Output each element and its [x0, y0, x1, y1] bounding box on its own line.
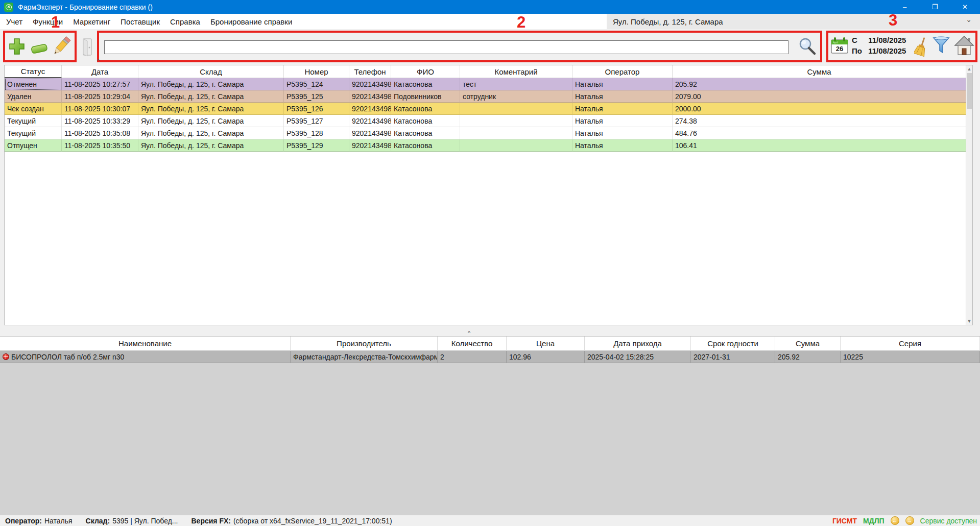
booking-cell-comment[interactable] [460, 127, 572, 139]
menu-item-2[interactable]: Функции [28, 17, 68, 26]
booking-cell-comment[interactable] [460, 103, 572, 115]
calendar-button[interactable]: April 26 [830, 36, 849, 57]
search-button[interactable] [798, 37, 817, 58]
bookings-column-header[interactable]: Склад [138, 65, 284, 78]
booking-cell-sum[interactable]: 2000.00 [673, 103, 966, 115]
exit-door-button[interactable] [81, 37, 94, 59]
booking-cell-date[interactable]: 11-08-2025 10:29:04 [62, 90, 138, 103]
items-column-header[interactable]: Наименование [0, 337, 291, 351]
booking-cell-phone[interactable]: 9202143498 [349, 127, 391, 139]
booking-cell-fio[interactable]: Катасонова [391, 78, 460, 90]
booking-cell-sum[interactable]: 106.41 [673, 139, 966, 152]
booking-cell-store[interactable]: Яул. Победы, д. 125, г. Самара [138, 115, 284, 127]
maximize-button[interactable]: ❐ [920, 0, 950, 14]
item-cell-name[interactable]: БИСОПРОЛОЛ таб п/об 2.5мг n30 [0, 351, 291, 363]
booking-cell-operator[interactable]: Наталья [572, 103, 673, 115]
booking-cell-sum[interactable]: 484.76 [673, 127, 966, 139]
item-cell-manufacturer[interactable]: Фармстандарт-Лексредства-Томскхимфарм... [291, 351, 438, 363]
close-button[interactable]: ✕ [950, 0, 980, 14]
booking-cell-sum[interactable]: 205.92 [673, 78, 966, 90]
bookings-column-header[interactable]: Телефон [349, 65, 391, 78]
item-row[interactable]: БИСОПРОЛОЛ таб п/об 2.5мг n30Фармстандар… [0, 351, 980, 363]
delete-booking-button[interactable] [30, 42, 49, 58]
sync-left-icon[interactable]: ← [891, 516, 899, 525]
booking-cell-status[interactable]: Отменен [5, 78, 62, 90]
items-column-header[interactable]: Серия [841, 337, 980, 351]
filter-button[interactable] [933, 36, 950, 57]
booking-cell-date[interactable]: 11-08-2025 10:27:57 [62, 78, 138, 90]
booking-cell-status[interactable]: Отпущен [5, 139, 62, 152]
booking-cell-operator[interactable]: Наталья [572, 78, 673, 90]
booking-cell-status[interactable]: Текущий [5, 115, 62, 127]
items-column-header[interactable]: Цена [507, 337, 585, 351]
home-button[interactable] [954, 35, 974, 58]
booking-cell-number[interactable]: P5395_126 [284, 103, 349, 115]
booking-cell-date[interactable]: 11-08-2025 10:35:50 [62, 139, 138, 152]
items-column-header[interactable]: Дата прихода [585, 337, 691, 351]
booking-cell-phone[interactable]: 9202143498 [349, 115, 391, 127]
booking-row[interactable]: Текущий11-08-2025 10:35:08Яул. Победы, д… [5, 127, 972, 139]
bookings-column-header[interactable]: Коментарий [460, 65, 572, 78]
items-column-header[interactable]: Производитель [291, 337, 438, 351]
booking-cell-date[interactable]: 11-08-2025 10:30:07 [62, 103, 138, 115]
item-cell-arrival[interactable]: 2025-04-02 15:28:25 [585, 351, 691, 363]
menu-item-5[interactable]: Справка [165, 17, 205, 26]
chevron-down-icon[interactable]: ⌄ [966, 15, 972, 23]
booking-cell-phone[interactable]: 9202143498 [349, 90, 391, 103]
booking-cell-date[interactable]: 11-08-2025 10:35:08 [62, 127, 138, 139]
scrollbar-thumb[interactable] [967, 73, 972, 109]
booking-cell-phone[interactable]: 9202143498 [349, 103, 391, 115]
booking-cell-comment[interactable]: сотрудник [460, 90, 572, 103]
booking-cell-status[interactable]: Удален [5, 90, 62, 103]
booking-cell-operator[interactable]: Наталья [572, 90, 673, 103]
booking-cell-number[interactable]: P5395_125 [284, 90, 349, 103]
booking-cell-status[interactable]: Чек создан [5, 103, 62, 115]
bookings-column-header[interactable]: Дата [62, 65, 138, 78]
search-input[interactable] [104, 40, 788, 54]
booking-cell-comment[interactable] [460, 139, 572, 152]
booking-cell-comment[interactable] [460, 115, 572, 127]
booking-row[interactable]: Отменен11-08-2025 10:27:57Яул. Победы, д… [5, 78, 972, 90]
booking-cell-operator[interactable]: Наталья [572, 127, 673, 139]
menu-item-4[interactable]: Поставщик [115, 17, 165, 26]
booking-cell-status[interactable]: Текущий [5, 127, 62, 139]
item-cell-price[interactable]: 102.96 [507, 351, 585, 363]
vertical-scrollbar[interactable]: ▲ ▼ [966, 65, 972, 325]
menu-item-6[interactable]: Бронирование справки [205, 17, 297, 26]
booking-cell-fio[interactable]: Подовинников [391, 90, 460, 103]
booking-cell-store[interactable]: Яул. Победы, д. 125, г. Самара [138, 90, 284, 103]
booking-cell-number[interactable]: P5395_127 [284, 115, 349, 127]
period-to-value[interactable]: 11/08/2025 [868, 46, 906, 55]
item-cell-series[interactable]: 10225 [841, 351, 980, 363]
scroll-up-icon[interactable]: ▲ [966, 65, 972, 73]
booking-cell-fio[interactable]: Катасонова [391, 139, 460, 152]
booking-cell-fio[interactable]: Катасонова [391, 115, 460, 127]
menu-item-1[interactable]: Учет [1, 17, 28, 26]
bookings-column-header[interactable]: Статус [5, 65, 62, 78]
booking-cell-operator[interactable]: Наталья [572, 115, 673, 127]
branch-selector[interactable]: Яул. Победы, д. 125, г. Самара ⌄ [607, 14, 980, 29]
item-cell-sum[interactable]: 205.92 [775, 351, 841, 363]
booking-cell-date[interactable]: 11-08-2025 10:33:29 [62, 115, 138, 127]
add-booking-button[interactable] [9, 37, 25, 58]
booking-cell-phone[interactable]: 9202143498 [349, 78, 391, 90]
booking-row[interactable]: Удален11-08-2025 10:29:04Яул. Победы, д.… [5, 90, 972, 103]
menu-item-3[interactable]: Маркетинг [68, 17, 115, 26]
booking-cell-store[interactable]: Яул. Победы, д. 125, г. Самара [138, 103, 284, 115]
bookings-column-header[interactable]: Сумма [673, 65, 966, 78]
bookings-column-header[interactable]: Оператор [572, 65, 673, 78]
booking-cell-store[interactable]: Яул. Победы, д. 125, г. Самара [138, 139, 284, 152]
edit-booking-button[interactable] [51, 35, 71, 59]
bookings-column-header[interactable]: Номер [284, 65, 349, 78]
booking-cell-fio[interactable]: Катасонова [391, 127, 460, 139]
booking-row[interactable]: Отпущен11-08-2025 10:35:50Яул. Победы, д… [5, 139, 972, 152]
sync-right-icon[interactable]: → [905, 516, 914, 525]
booking-row[interactable]: Чек создан11-08-2025 10:30:07Яул. Победы… [5, 103, 972, 115]
bookings-column-header[interactable]: ФИО [391, 65, 460, 78]
booking-cell-operator[interactable]: Наталья [572, 139, 673, 152]
item-cell-qty[interactable]: 2 [438, 351, 507, 363]
scroll-down-icon[interactable]: ▼ [966, 318, 972, 325]
booking-cell-phone[interactable]: 9202143498 [349, 139, 391, 152]
booking-cell-sum[interactable]: 2079.00 [673, 90, 966, 103]
booking-cell-number[interactable]: P5395_124 [284, 78, 349, 90]
